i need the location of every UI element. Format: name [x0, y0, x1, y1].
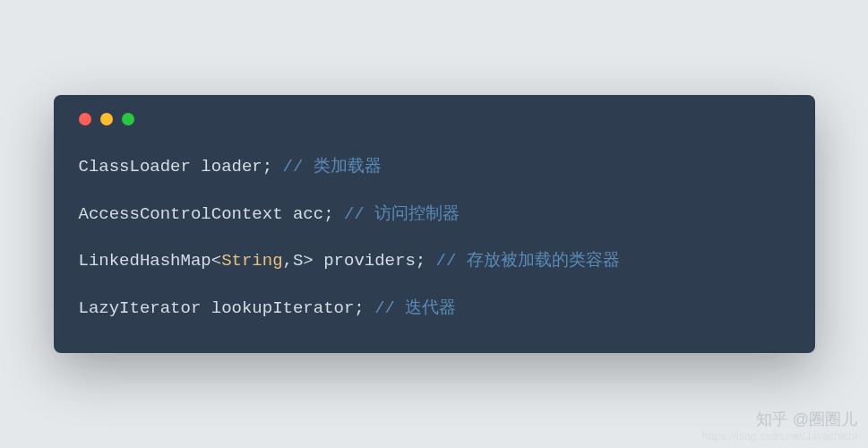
code-comment: // 访问控制器: [344, 204, 460, 224]
code-comment: // 存放被加载的类容器: [436, 251, 620, 271]
watermark-url: https://blog.csdn.net/Javachichi: [702, 430, 857, 443]
code-comment: // 类加载器: [283, 157, 382, 177]
code-line: ClassLoader loader; // 类加载器: [79, 154, 790, 180]
code-line: LazyIterator lookupIterator; // 迭代器: [79, 296, 790, 322]
traffic-lights: [79, 113, 790, 125]
code-text: ClassLoader loader;: [79, 157, 283, 177]
close-icon: [79, 113, 91, 125]
code-line: AccessControlContext acc; // 访问控制器: [79, 202, 790, 228]
watermark-brand: 知乎 @圈圈儿: [702, 409, 857, 430]
code-text: ,S> providers;: [283, 251, 436, 271]
code-comment: // 迭代器: [374, 298, 456, 318]
minimize-icon: [100, 113, 113, 125]
maximize-icon: [122, 113, 134, 125]
code-text: LazyIterator lookupIterator;: [79, 298, 375, 318]
code-type: String: [221, 251, 282, 271]
code-line: LinkedHashMap<String,S> providers; // 存放…: [79, 248, 790, 274]
watermark: 知乎 @圈圈儿 https://blog.csdn.net/Javachichi: [702, 409, 857, 443]
code-text: LinkedHashMap<: [79, 251, 222, 271]
code-text: AccessControlContext acc;: [79, 204, 344, 224]
code-window: ClassLoader loader; // 类加载器 AccessContro…: [54, 95, 815, 353]
